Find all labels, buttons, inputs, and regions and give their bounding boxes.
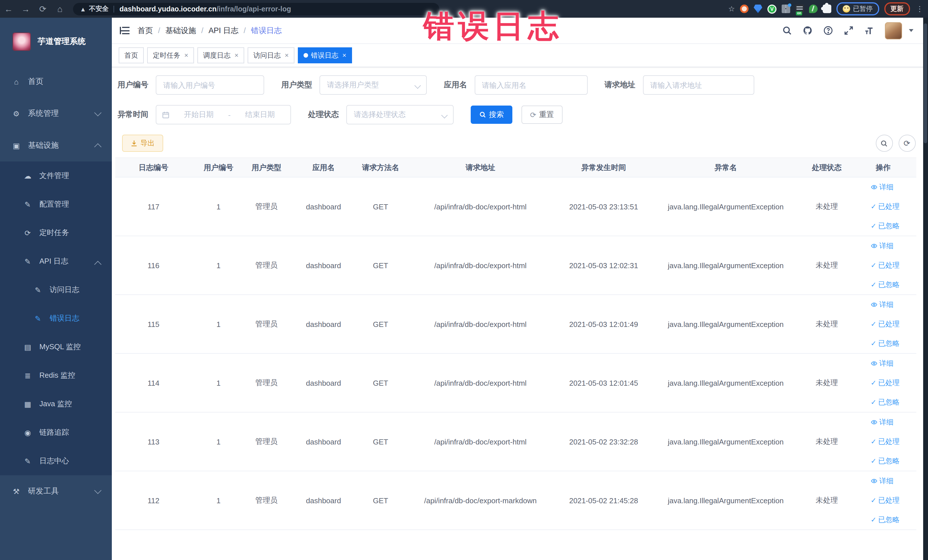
tab-访问日志[interactable]: 访问日志× [247, 47, 295, 63]
back-icon[interactable]: ← [0, 4, 17, 14]
forward-icon[interactable]: → [17, 4, 34, 14]
java-icon: ▦ [23, 400, 32, 408]
reload-icon[interactable]: ⟳ [34, 4, 51, 14]
sidebar-item-access-log[interactable]: ✎访问日志 [0, 276, 112, 304]
breadcrumb-infra[interactable]: 基础设施 [165, 25, 196, 36]
sidebar-item-label: 基础设施 [28, 140, 59, 151]
action-详细[interactable]: 详细 [871, 295, 916, 314]
extension-on-badge-icon[interactable] [795, 5, 804, 13]
browser-menu-icon[interactable]: ⋮ [916, 5, 923, 13]
action-详细[interactable]: 详细 [871, 177, 916, 197]
paused-extension-pill[interactable]: 已暂停 [836, 2, 879, 15]
action-已处理[interactable]: ✓已处理 [871, 197, 916, 216]
help-icon[interactable] [823, 25, 833, 36]
cell-user_type: 管理员 [245, 354, 288, 412]
sidebar-item-monitor[interactable]: ▣基础设施 [0, 130, 112, 162]
reset-button[interactable]: ⟳ 重置 [522, 105, 563, 124]
cell-status: 未处理 [803, 354, 850, 412]
breadcrumb-home[interactable]: 首页 [137, 25, 153, 36]
fullscreen-icon[interactable] [844, 25, 854, 36]
bookmark-star-icon[interactable]: ☆ [728, 5, 735, 13]
sidebar-item-tools[interactable]: ⚒研发工具 [0, 475, 112, 507]
sidebar-item-label: 文件管理 [40, 171, 69, 181]
action-已处理[interactable]: ✓已处理 [871, 491, 916, 510]
sidebar-item-label: 系统管理 [28, 108, 59, 119]
action-详细[interactable]: 详细 [871, 236, 916, 256]
hamburger-icon[interactable] [120, 27, 130, 34]
tab-label: 首页 [124, 50, 138, 60]
action-已处理[interactable]: ✓已处理 [871, 373, 916, 392]
active-tab-dot [304, 53, 308, 58]
toggle-search-button[interactable] [876, 135, 893, 152]
extensions-puzzle-icon[interactable] [823, 5, 831, 13]
action-label: 详细 [879, 177, 893, 197]
window-scrollbar[interactable] [923, 18, 928, 560]
not-secure-warning-icon: ▲ [80, 5, 86, 12]
home-browser-icon[interactable]: ⌂ [51, 4, 69, 14]
action-详细[interactable]: 详细 [871, 471, 916, 491]
search-button[interactable]: 搜索 [471, 105, 512, 124]
sidebar-item-file[interactable]: ☁文件管理 [0, 162, 112, 190]
tools-icon: ⚒ [12, 487, 21, 496]
action-已忽略[interactable]: ✓已忽略 [871, 216, 916, 236]
sidebar-item-trace[interactable]: ◉链路追踪 [0, 418, 112, 447]
action-已处理[interactable]: ✓已处理 [871, 432, 916, 451]
sidebar-item-home[interactable]: ⌂首页 [0, 66, 112, 98]
action-已处理[interactable]: ✓已处理 [871, 256, 916, 275]
page: ← → ⟳ ⌂ ▲ 不安全 dashboard.yudao.iocoder.cn… [0, 0, 928, 560]
tab-错误日志[interactable]: 错误日志× [298, 47, 352, 63]
action-已忽略[interactable]: ✓已忽略 [871, 334, 916, 353]
close-icon[interactable]: × [342, 51, 346, 60]
browser-update-button[interactable]: 更新 [884, 2, 910, 15]
check-icon: ✓ [871, 197, 876, 216]
sidebar-item-api-log[interactable]: ✎API 日志 [0, 247, 112, 276]
sidebar-item-redis[interactable]: ≣Redis 监控 [0, 361, 112, 390]
extension-grid-icon[interactable] [781, 5, 790, 13]
action-已忽略[interactable]: ✓已忽略 [871, 275, 916, 294]
scrollbar-thumb[interactable] [924, 23, 927, 143]
action-已忽略[interactable]: ✓已忽略 [871, 451, 916, 471]
user-id-input[interactable] [156, 75, 264, 95]
extension-sprout-icon[interactable] [809, 5, 818, 13]
breadcrumb-api-log[interactable]: API 日志 [209, 25, 238, 36]
exception-time-range-picker[interactable]: 开始日期 - 结束日期 [156, 105, 291, 124]
action-详细[interactable]: 详细 [871, 354, 916, 373]
column-header: 操作 [850, 158, 916, 177]
tab-调度日志[interactable]: 调度日志× [197, 47, 244, 63]
close-icon[interactable]: × [235, 51, 238, 60]
avatar-caret-icon[interactable] [908, 29, 913, 32]
extension-pin-icon[interactable] [754, 5, 762, 13]
extension-v-icon[interactable]: V [768, 4, 777, 14]
cell-actions: 详细✓已处理✓已忽略 [850, 471, 916, 530]
sidebar-item-log-center[interactable]: ✎日志中心 [0, 447, 112, 475]
app-logo-row[interactable]: 芋道管理系统 [0, 18, 112, 66]
user-avatar[interactable] [885, 22, 902, 39]
sidebar-item-gear[interactable]: ⚙系统管理 [0, 98, 112, 130]
process-status-select[interactable]: 请选择处理状态 [346, 105, 453, 124]
app-name-input[interactable] [475, 75, 588, 95]
user-id-label: 用户编号 [118, 80, 148, 90]
close-icon[interactable]: × [184, 51, 188, 60]
request-url-input[interactable] [643, 75, 754, 95]
action-详细[interactable]: 详细 [871, 412, 916, 432]
close-icon[interactable]: × [285, 51, 289, 60]
extension-orange-icon[interactable] [740, 5, 749, 13]
tab-定时任务[interactable]: 定时任务× [147, 47, 194, 63]
tab-首页[interactable]: 首页 [119, 47, 144, 63]
address-bar[interactable]: ▲ 不安全 dashboard.yudao.iocoder.cn/infra/l… [73, 3, 439, 15]
action-已处理[interactable]: ✓已处理 [871, 314, 916, 334]
user-type-select[interactable]: 请选择用户类型 [319, 75, 427, 95]
action-已忽略[interactable]: ✓已忽略 [871, 392, 916, 412]
font-size-icon[interactable] [864, 25, 875, 36]
export-button[interactable]: 导出 [122, 135, 163, 152]
sidebar-item-task[interactable]: ⟳定时任务 [0, 218, 112, 247]
sidebar-item-config[interactable]: ✎配置管理 [0, 190, 112, 218]
action-已忽略[interactable]: ✓已忽略 [871, 510, 916, 529]
github-icon[interactable] [803, 25, 813, 36]
sidebar-item-mysql[interactable]: ▤MySQL 监控 [0, 333, 112, 361]
sidebar-item-java[interactable]: ▦Java 监控 [0, 390, 112, 418]
refresh-table-button[interactable]: ⟳ [898, 135, 916, 152]
sidebar-item-error-log[interactable]: ✎错误日志 [0, 304, 112, 333]
table-header-row: 日志编号用户编号用户类型应用名请求方法名请求地址异常发生时间异常名处理状态操作 [115, 158, 916, 177]
search-icon[interactable] [782, 25, 792, 36]
